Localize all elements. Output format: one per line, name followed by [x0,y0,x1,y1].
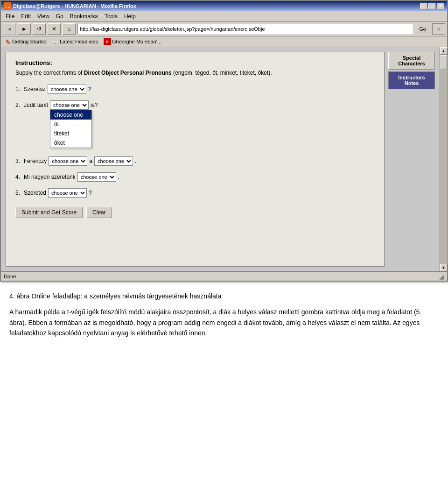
firefox-icon: 🦊 [4,2,11,10]
exercise-panel: Instructions: Supply the correct forms o… [6,52,385,267]
status-bar: Done ◢ [1,271,447,281]
row4-suffix: . [118,174,119,180]
home-button[interactable]: ⌂ [63,23,76,35]
minimize-button[interactable]: ─ [420,3,427,9]
side-panel: Special Characters Instructors Notes [388,52,435,267]
exercise-row-1: 1. Szeretsz choose one őt titeket őket ? [15,85,375,94]
row1-prefix: Szeretsz [24,86,46,92]
scroll-thumb[interactable] [441,55,447,69]
row2-select[interactable]: choose one őt titeket őket [50,100,89,110]
row3-number: 3. [15,158,20,164]
scroll-up-button[interactable]: ▲ [440,47,448,55]
toolbar: ◄ ► ↺ ✕ ⌂ http://fas-digiclass.rutgers.e… [1,22,447,36]
menu-tools[interactable]: Tools [102,12,120,21]
title-bar: 🦊 Digiclass@Rutgers - HUNGARIAN - Mozill… [1,1,447,11]
row3-prefix: Ferenczy [24,158,47,164]
instructions-title: Instructions: [15,59,375,66]
exercise-row-4: 4. Mi nagyon szeretünk choose one őt tit… [15,172,375,182]
address-bar: http://fas-digiclass.rutgers.edu/global/… [77,24,413,34]
row1-suffix: ? [88,86,91,92]
close-button[interactable]: ✕ [437,3,444,9]
special-chars-label: Special Characters [398,55,425,66]
main-content: Instructions: Supply the correct forms o… [1,47,440,271]
row2-prefix: Judit tanít [24,102,48,108]
caption-title: 4. ábra Online feladatlap: a személyes n… [9,291,439,301]
bookmarks-bar: 🔖 Getting Started 📰 Latest Headlines R G… [1,36,447,47]
stop-button[interactable]: ✕ [48,23,61,35]
row5-prefix: Szereted [24,190,46,196]
caption-area: 4. ábra Online feladatlap: a személyes n… [0,282,448,354]
menu-file[interactable]: File [3,12,17,21]
row1-number: 1. [15,86,20,92]
row4-prefix: Mi nagyon szeretünk [24,174,76,180]
row5-suffix: ? [89,190,92,196]
row5-number: 5. [15,190,20,196]
forward-button[interactable]: ► [18,23,31,35]
instructions-part2: (engem, téged, őt, minket, titeket, őket… [172,70,272,76]
menu-edit[interactable]: Edit [18,12,34,21]
back-button[interactable]: ◄ [3,23,16,35]
row5-select[interactable]: choose one őt titeket őket [48,188,87,198]
go-button[interactable]: Go [415,25,430,33]
resize-handle: ◢ [439,273,444,280]
scrollbar-right[interactable]: ▲ ▼ [440,47,447,271]
title-bar-controls: ─ □ ✕ [420,3,444,9]
row2-dropdown-item-choose[interactable]: choose one [50,110,91,120]
buttons-row: Submit and Get Score Clear [15,207,375,218]
refresh-button[interactable]: ↺ [33,23,46,35]
url-display[interactable]: http://fas-digiclass.rutgers.edu/global/… [80,26,265,32]
bookmark-icon-news: 📰 [52,38,59,45]
scroll-track [440,55,448,264]
row2-dropdown-item-titeket[interactable]: titeket [50,129,91,138]
bookmark-getting-started[interactable]: 🔖 Getting Started [3,38,49,45]
row2-dropdown-open: choose one őt titeket őket [50,110,92,148]
clear-button[interactable]: Clear [86,207,112,218]
bookmark-gheorghe[interactable]: R Gheorghe Muresan'... [102,37,163,46]
menu-go[interactable]: Go [53,12,66,21]
exercise-row-3: 3. Ferenczy choose one őt titeket őket a… [15,156,375,166]
instructions-text: Supply the correct forms of Direct Objec… [15,69,375,77]
instructions-part1: Supply the correct forms of [15,70,84,76]
window-title: Digiclass@Rutgers - HUNGARIAN - Mozilla … [13,3,136,9]
menu-bookmarks[interactable]: Bookmarks [67,12,101,21]
row1-select[interactable]: choose one őt titeket őket [48,85,86,94]
row2-dropdown-item-ot[interactable]: őt [50,120,91,129]
title-bar-left: 🦊 Digiclass@Rutgers - HUNGARIAN - Mozill… [4,2,136,10]
submit-button[interactable]: Submit and Get Score [15,207,83,218]
instructions-bold: Direct Object Personal Pronouns [84,70,172,76]
bookmark-label-gheorghe: Gheorghe Muresan'... [112,39,161,44]
row3-end: . [135,158,136,164]
bookmark-latest-headlines[interactable]: 📰 Latest Headlines [50,38,100,45]
row2-dropdown-item-oket[interactable]: őket [50,138,91,148]
menu-bar: File Edit View Go Bookmarks Tools Help [1,11,447,22]
instructors-label: Instructors Notes [398,75,425,86]
row4-select[interactable]: choose one őt titeket őket [77,172,116,182]
special-chars-button[interactable]: Special Characters [388,52,435,70]
content-area: Instructions: Supply the correct forms o… [1,47,447,271]
rutgers-icon: R [104,38,111,45]
instructions-section: Instructions: Supply the correct forms o… [15,59,375,77]
bookmark-label-news: Latest Headlines [60,39,98,44]
row3-mid: a [89,158,92,164]
browser-window: 🦊 Digiclass@Rutgers - HUNGARIAN - Mozill… [0,0,448,282]
exercise-row-2: 2. Judit tanít choose one őt titeket őke… [15,100,375,110]
row2-suffix: is? [91,102,98,108]
maximize-button[interactable]: □ [428,3,436,9]
scroll-down-button[interactable]: ▼ [440,264,448,271]
instructors-button[interactable]: Instructors Notes [388,71,435,89]
row3-select2[interactable]: choose one őt titeket őket [94,156,133,166]
row2-dropdown-container: choose one őt titeket őket choose one őt… [50,100,89,110]
bookmark-label-start: Getting Started [12,39,47,44]
menu-view[interactable]: View [35,12,52,21]
menu-help[interactable]: Help [121,12,139,21]
row2-number: 2. [15,102,20,108]
row4-number: 4. [15,174,20,180]
exercise-row-5: 5. Szereted choose one őt titeket őket ? [15,188,375,198]
bookmark-star-button[interactable]: ☆ [432,23,445,35]
caption-body: A harmadik példa a t-végű igék felszólít… [9,307,439,338]
bookmark-icon-start: 🔖 [5,38,11,45]
row3-select1[interactable]: choose one őt titeket őket [49,156,87,166]
status-text: Done [4,274,16,279]
